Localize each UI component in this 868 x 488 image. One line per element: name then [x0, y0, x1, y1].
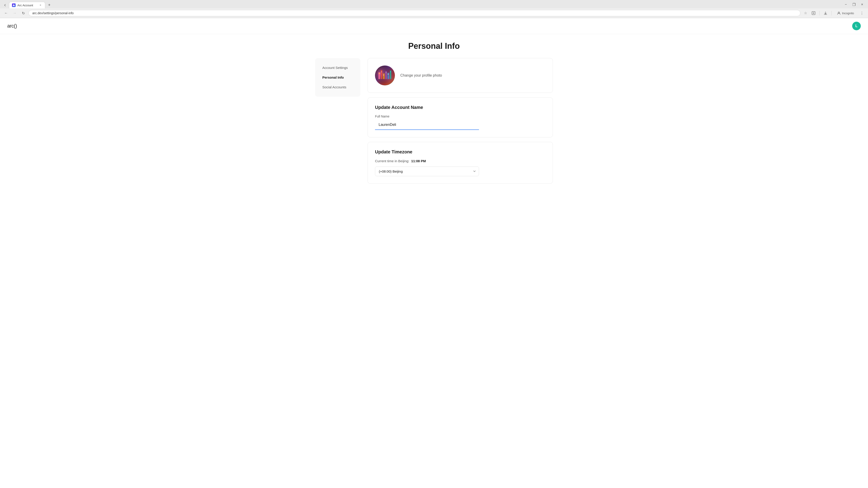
app-header: arc() L [0, 18, 868, 34]
svg-point-14 [386, 72, 386, 73]
svg-point-12 [381, 72, 382, 72]
refresh-button[interactable]: ↻ [20, 10, 27, 17]
forward-button[interactable]: → [11, 10, 18, 17]
change-photo-text[interactable]: Change your profile photo [400, 73, 442, 77]
timezone-select[interactable]: (+08:00) Beijing(+00:00) UTC(-05:00) Eas… [375, 166, 479, 176]
tab-close-button[interactable]: × [39, 3, 42, 7]
update-name-title: Update Account Name [375, 105, 546, 110]
timezone-info: Current time in Beijing: 11:08 PM [375, 159, 546, 163]
minimize-button[interactable]: − [843, 1, 849, 8]
sidebar-item-social-accounts[interactable]: Social Accounts [317, 83, 359, 92]
svg-point-13 [383, 74, 384, 75]
current-time-value: 11:08 PM [411, 159, 426, 163]
update-name-card: Update Account Name Full Name [368, 97, 553, 137]
main-content: Personal Info Account Settings Personal … [310, 34, 558, 191]
close-window-button[interactable]: × [859, 1, 865, 8]
incognito-badge[interactable]: Incognito [834, 10, 857, 16]
tab-title: Arc Account [18, 4, 37, 7]
svg-rect-7 [383, 73, 385, 79]
app-container: arc() L Personal Info Account Settings P… [0, 18, 868, 191]
full-name-group: Full Name [375, 115, 546, 130]
user-avatar[interactable]: L [852, 22, 861, 30]
sidebar-item-account-settings[interactable]: Account Settings [317, 63, 359, 72]
download-button[interactable] [822, 10, 829, 16]
update-timezone-card: Update Timezone Current time in Beijing:… [368, 142, 553, 184]
svg-point-11 [379, 73, 380, 74]
svg-rect-6 [381, 70, 382, 79]
full-name-input[interactable] [375, 120, 479, 130]
tab-favicon [12, 3, 16, 7]
extensions-button[interactable] [810, 10, 817, 16]
new-tab-button[interactable]: + [46, 2, 53, 8]
page-title: Personal Info [315, 41, 553, 51]
app-logo: arc() [7, 23, 17, 29]
back-button[interactable]: ← [3, 10, 9, 17]
svg-point-16 [391, 72, 391, 72]
address-input[interactable] [32, 11, 797, 15]
svg-point-15 [388, 74, 389, 74]
content-layout: Account Settings Personal Info Social Ac… [315, 58, 553, 184]
timezone-select-wrapper: (+08:00) Beijing(+00:00) UTC(-05:00) Eas… [375, 166, 479, 176]
address-bar[interactable] [29, 10, 800, 16]
profile-photo-row: Change your profile photo [375, 66, 546, 86]
browser-menu-button[interactable]: ⋮ [859, 10, 865, 17]
svg-rect-4 [375, 66, 395, 86]
bookmark-button[interactable]: ☆ [802, 10, 809, 16]
browser-tab-arc-account[interactable]: Arc Account × [9, 2, 45, 8]
profile-avatar[interactable] [375, 66, 395, 86]
tab-nav-prev-button[interactable] [2, 2, 8, 8]
maximize-button[interactable]: ❐ [851, 1, 857, 8]
incognito-label: Incognito [842, 11, 854, 15]
update-timezone-title: Update Timezone [375, 149, 546, 155]
profile-photo-card: Change your profile photo [368, 58, 553, 93]
svg-rect-8 [385, 71, 387, 79]
sidebar: Account Settings Personal Info Social Ac… [315, 58, 360, 97]
cards-area: Change your profile photo Update Account… [368, 58, 553, 184]
svg-rect-9 [388, 73, 389, 79]
sidebar-item-personal-info[interactable]: Personal Info [317, 73, 359, 82]
full-name-label: Full Name [375, 115, 546, 118]
svg-point-1 [838, 12, 839, 13]
